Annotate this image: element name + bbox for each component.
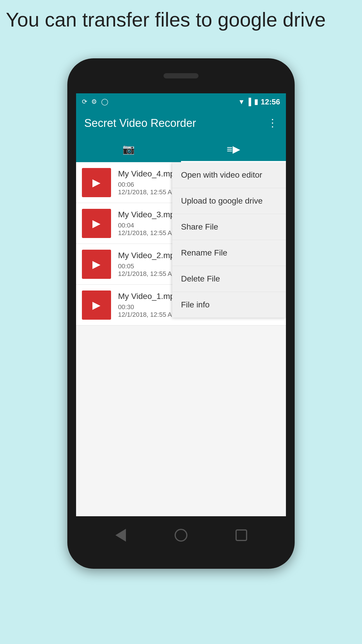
nav-home-button[interactable]: [172, 526, 190, 544]
settings-icon: ⚙: [91, 98, 97, 106]
rotation-icon: ⟳: [82, 98, 87, 106]
app-title: Secret Video Recorder: [84, 117, 196, 130]
app-bar: Secret Video Recorder ⋮: [76, 110, 286, 136]
status-bar: ⟳ ⚙ ◯ ▾ ▐ ▮ 12:56: [76, 93, 286, 110]
phone-top: [67, 58, 295, 93]
context-menu-rename-file[interactable]: Rename File: [172, 240, 286, 266]
tab-list[interactable]: ≡▶: [181, 136, 286, 162]
screen-content: ⟳ ⚙ ◯ ▾ ▐ ▮ 12:56 Secret Video Recorder …: [76, 93, 286, 516]
file-thumbnail-1: ▶: [82, 290, 111, 320]
file-thumbnail-4: ▶: [82, 168, 111, 197]
battery-icon: ▮: [254, 98, 258, 106]
file-thumbnail-2: ▶: [82, 250, 111, 279]
play-icon-2: ▶: [92, 258, 101, 270]
phone-bottom-nav: [67, 516, 295, 554]
phone-screen: ⟳ ⚙ ◯ ▾ ▐ ▮ 12:56 Secret Video Recorder …: [76, 93, 286, 516]
status-time: 12:56: [261, 97, 280, 106]
page-headline: You can transfer files to google drive: [6, 9, 356, 31]
context-menu-upload-google[interactable]: Upload to google drive: [172, 188, 286, 214]
play-icon-3: ▶: [92, 217, 101, 230]
file-thumbnail-3: ▶: [82, 209, 111, 238]
recent-apps-icon: [236, 529, 247, 541]
camera-tab-icon: 📷: [122, 143, 135, 155]
phone-frame: ⟳ ⚙ ◯ ▾ ▐ ▮ 12:56 Secret Video Recorder …: [67, 58, 295, 569]
nav-recent-button[interactable]: [233, 526, 250, 544]
list-tab-icon: ≡▶: [227, 143, 240, 155]
home-circle-icon: [175, 529, 187, 542]
tab-camera[interactable]: 📷: [76, 136, 181, 162]
phone-speaker: [164, 73, 198, 78]
tab-bar: 📷 ≡▶: [76, 136, 286, 162]
play-icon-1: ▶: [92, 299, 101, 311]
circle-icon: ◯: [101, 98, 108, 106]
context-menu-delete-file[interactable]: Delete File: [172, 266, 286, 292]
play-icon-4: ▶: [92, 176, 101, 189]
context-menu-share-file[interactable]: Share File: [172, 214, 286, 240]
status-left-icons: ⟳ ⚙ ◯: [82, 98, 108, 106]
nav-back-button[interactable]: [112, 526, 129, 544]
signal-icon: ▐: [246, 98, 251, 106]
status-right-icons: ▾ ▐ ▮ 12:56: [240, 97, 280, 106]
file-list: ▶ My Video_4.mp4 00:06 12/1/2018, 12:55 …: [76, 162, 286, 516]
wifi-icon: ▾: [240, 98, 243, 106]
app-overflow-menu-button[interactable]: ⋮: [267, 117, 278, 129]
context-menu-file-info[interactable]: File info: [172, 292, 286, 318]
context-menu: Open with video editor Upload to google …: [172, 162, 286, 318]
back-arrow-icon: [115, 529, 126, 542]
context-menu-open-video-editor[interactable]: Open with video editor: [172, 162, 286, 188]
